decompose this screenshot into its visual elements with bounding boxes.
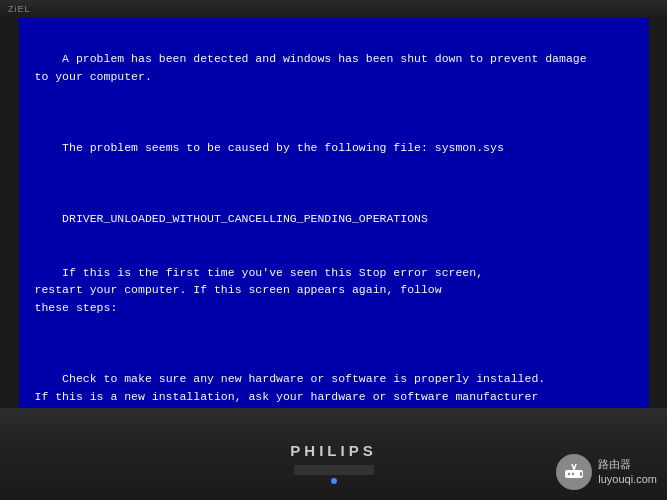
bsod-line4: If this is the first time you've seen th…	[35, 266, 484, 315]
bsod-line3: DRIVER_UNLOADED_WITHOUT_CANCELLING_PENDI…	[62, 212, 428, 225]
watermark: 路由器luyouqi.com	[556, 454, 657, 490]
watermark-text: 路由器luyouqi.com	[598, 457, 657, 488]
bsod-line1: A problem has been detected and windows …	[35, 52, 587, 83]
monitor-brand: PHILIPS	[290, 442, 376, 459]
monitor-power-led	[331, 478, 337, 484]
watermark-logo	[556, 454, 592, 490]
svg-point-1	[568, 473, 570, 475]
monitor-top-bezel: ZiEL	[0, 0, 667, 18]
bsod-line5: Check to make sure any new hardware or s…	[35, 372, 546, 408]
router-icon	[562, 460, 586, 484]
bsod-line2: The problem seems to be caused by the fo…	[62, 141, 504, 154]
svg-rect-5	[580, 472, 582, 476]
monitor-top-label: ZiEL	[8, 4, 31, 14]
svg-line-4	[574, 464, 576, 470]
bsod-screen: A problem has been detected and windows …	[19, 18, 649, 408]
bsod-content: A problem has been detected and windows …	[35, 32, 633, 408]
monitor-bottom-bezel: PHILIPS 路由器luyouqi.com	[0, 408, 667, 500]
monitor-stand	[294, 465, 374, 475]
svg-point-2	[572, 473, 574, 475]
